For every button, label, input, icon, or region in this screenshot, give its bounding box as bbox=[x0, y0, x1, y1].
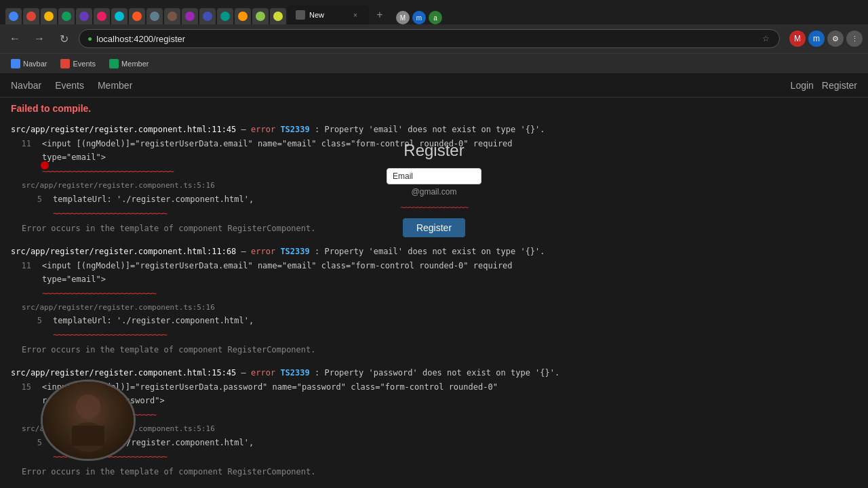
error-occurs-3: Error occurs in the template of componen… bbox=[11, 466, 857, 478]
address-bar[interactable]: ● localhost:4200/register ☆ bbox=[79, 29, 780, 48]
tab-item[interactable] bbox=[164, 8, 180, 24]
error-code-3: TS2339 bbox=[280, 368, 309, 378]
tab-item[interactable] bbox=[217, 8, 233, 24]
tab-item[interactable] bbox=[23, 8, 39, 24]
active-tab[interactable]: New × bbox=[288, 5, 369, 24]
error-code: TS2339 bbox=[280, 125, 309, 134]
code-continuation-3: required type="password"> bbox=[11, 394, 857, 407]
tab-item[interactable] bbox=[199, 8, 216, 24]
nav-link-events[interactable]: Events bbox=[55, 80, 84, 91]
bookmark-favicon bbox=[109, 59, 119, 68]
type-keyword: type bbox=[496, 125, 515, 134]
tab-item[interactable] bbox=[94, 8, 110, 24]
tab-item[interactable] bbox=[58, 8, 75, 24]
bookmarks-bar: Navbar Events Member bbox=[0, 53, 868, 73]
ref-code-line-2: 5 templateUrl: './register.component.htm… bbox=[11, 314, 857, 327]
email-placeholder-text: @gmail.com bbox=[326, 187, 542, 197]
ref-line-num: 5 bbox=[22, 193, 42, 205]
ref-code-line-3: 5 templateUrl: './register.component.htm… bbox=[11, 436, 857, 449]
url-text[interactable]: localhost:4200/register bbox=[96, 34, 185, 44]
browser-chrome: New × + M m a ← → ↻ ● localhost:4200/reg… bbox=[0, 0, 868, 73]
tab-item[interactable] bbox=[182, 8, 198, 24]
error-code-2: TS2339 bbox=[280, 247, 309, 256]
extension-icon[interactable]: a bbox=[429, 11, 442, 24]
ref-line-num-3: 5 bbox=[22, 436, 42, 449]
sync-icon[interactable]: m bbox=[808, 30, 825, 47]
error-file-path-3: src/app/register/register.component.html… bbox=[11, 368, 236, 378]
error-dash-2: – bbox=[241, 247, 251, 256]
account-icon[interactable]: M bbox=[789, 30, 806, 47]
error-type-3: error bbox=[251, 368, 275, 378]
compile-error-banner: Failed to compile. bbox=[0, 98, 868, 119]
error-type-2: error bbox=[251, 247, 275, 256]
tab-item[interactable] bbox=[252, 8, 269, 24]
extension-icon[interactable]: m bbox=[412, 11, 426, 24]
register-btn-area[interactable]: Register bbox=[326, 218, 542, 237]
line-number: 11 bbox=[11, 138, 31, 150]
nav-login[interactable]: Login bbox=[791, 80, 814, 91]
error-file-path-2: src/app/register/register.component.html… bbox=[11, 247, 236, 256]
bookmark-label: Events bbox=[73, 60, 96, 68]
register-title: Register bbox=[326, 141, 542, 160]
tab-item[interactable] bbox=[270, 8, 286, 24]
forward-button[interactable]: → bbox=[30, 29, 49, 48]
back-button[interactable]: ← bbox=[5, 29, 24, 48]
code-text-2: <input [(ngModel)]="registerUserData.ema… bbox=[42, 260, 513, 272]
svg-point-0 bbox=[76, 394, 100, 419]
bookmark-label: Navbar bbox=[23, 60, 47, 68]
compile-error-text: Failed to compile. bbox=[11, 103, 91, 114]
tab-bar: New × + M m a bbox=[0, 0, 868, 24]
squiggle-ref-3: ~~~~~~~~~~~~~~~~~~~~~~~~~~ bbox=[11, 450, 857, 464]
nav-right: Login Register bbox=[791, 80, 857, 91]
app-navbar: Navbar Events Member Login Register bbox=[0, 73, 868, 98]
recording-indicator bbox=[41, 161, 49, 169]
ref-code-text-2: templateUrl: './register.component.html'… bbox=[53, 314, 254, 327]
error-ref-2: src/app/register/register.component.ts:5… bbox=[11, 302, 857, 314]
tab-item[interactable] bbox=[129, 8, 145, 24]
reload-button[interactable]: ↻ bbox=[54, 29, 73, 48]
tab-close-button[interactable]: × bbox=[350, 9, 361, 20]
bookmark-item[interactable]: Events bbox=[55, 56, 101, 71]
error-occurs-2: Error occurs in the template of componen… bbox=[11, 344, 857, 356]
squiggle-ref-2: ~~~~~~~~~~~~~~~~~~~~~~~~~~ bbox=[11, 328, 857, 342]
webcam-feed bbox=[43, 382, 134, 459]
bookmark-label: Member bbox=[121, 60, 149, 68]
error-ref-3: src/app/register/register.component.ts:5… bbox=[11, 424, 857, 435]
error-code-line-3: 15 <input [(ngModel)]="registerUserData.… bbox=[11, 381, 857, 393]
browser-toolbar-right: M m ⚙ ⋮ bbox=[789, 30, 863, 47]
nav-link-member[interactable]: Member bbox=[98, 80, 132, 91]
squiggle-3: ~~~~~~~~~~~~~~~~~~~~~~~~~~ bbox=[11, 408, 857, 422]
email-tooltip-box: Email bbox=[387, 168, 481, 184]
ref-code-text: templateUrl: './register.component.html'… bbox=[53, 193, 254, 205]
tab-item[interactable] bbox=[111, 8, 127, 24]
tab-item[interactable] bbox=[41, 8, 57, 24]
nav-link-navbar[interactable]: Navbar bbox=[11, 80, 41, 91]
address-bar-icons: ☆ bbox=[760, 33, 771, 44]
svg-rect-2 bbox=[72, 426, 104, 446]
error-code-line-2: 11 <input [(ngModel)]="registerUserData.… bbox=[11, 260, 857, 272]
line-number-3: 15 bbox=[11, 381, 31, 393]
register-button[interactable]: Register bbox=[403, 218, 465, 237]
bookmark-item[interactable]: Navbar bbox=[5, 56, 52, 71]
bookmark-item[interactable]: Member bbox=[104, 56, 154, 71]
address-bar-row: ← → ↻ ● localhost:4200/register ☆ M m ⚙ … bbox=[0, 24, 868, 53]
tab-item[interactable] bbox=[235, 8, 251, 24]
profile-icon[interactable]: M bbox=[396, 11, 410, 24]
error-file-path: src/app/register/register.component.html… bbox=[11, 125, 236, 134]
error-file-1: src/app/register/register.component.html… bbox=[11, 123, 857, 136]
error-msg-2: : Property 'email' does not exist on typ… bbox=[315, 247, 545, 256]
ref-line-num-2: 5 bbox=[22, 314, 42, 327]
register-overlay: Register Email @gmail.com ~~~~~~~~~~~~~~… bbox=[326, 141, 542, 243]
tab-favicon bbox=[296, 10, 305, 20]
new-tab-button[interactable]: + bbox=[370, 5, 389, 24]
extensions-icon[interactable]: ⚙ bbox=[827, 30, 844, 47]
menu-icon[interactable]: ⋮ bbox=[846, 30, 863, 47]
nav-register[interactable]: Register bbox=[822, 80, 857, 91]
bookmark-icon[interactable]: ☆ bbox=[760, 33, 771, 44]
tab-item[interactable] bbox=[146, 8, 163, 24]
tab-item[interactable] bbox=[5, 8, 22, 24]
tab-item[interactable] bbox=[76, 8, 92, 24]
bookmark-favicon bbox=[60, 59, 70, 68]
error-dash-3: – bbox=[241, 368, 251, 378]
error-type: error bbox=[251, 125, 275, 134]
